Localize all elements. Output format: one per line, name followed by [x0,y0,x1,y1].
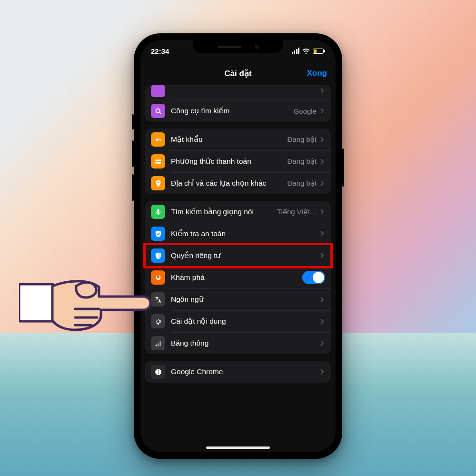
shield-icon [151,248,165,263]
row-value: Google [294,107,317,115]
svg-rect-12 [19,284,53,321]
row-label: Kiểm tra an toàn [171,229,317,238]
row-label: Phương thức thanh toán [171,157,284,166]
nav-bar: Cài đặt Xong [140,62,336,85]
battery-icon [313,49,325,54]
row-value: Đang bật [287,179,317,188]
settings-group-basics: Công cụ tìm kiếm Google [145,85,331,122]
phone-screen: 22:34 Cài đặt Xong [140,40,336,452]
shield-check-icon [151,227,165,241]
chevron-right-icon [320,108,325,114]
chevron-right-icon [320,318,325,324]
row-value: Đang bật [287,135,317,144]
row-label: Google Chrome [171,367,317,376]
svg-rect-8 [158,214,158,215]
front-camera [255,45,259,49]
row-explore[interactable]: Khám phá [145,267,331,288]
phone-frame: 22:34 Cài đặt Xong [134,33,342,459]
chevron-right-icon [320,137,325,142]
row-label: Mật khẩu [171,135,284,144]
chevron-right-icon [320,231,325,237]
settings-group-main: Tìm kiếm bằng giọng nói Tiếng Việt… Kiểm… [145,201,331,354]
wifi-icon [302,48,310,54]
row-privacy[interactable]: Quyền riêng tư [145,245,331,267]
row-voice-search[interactable]: Tìm kiếm bằng giọng nói Tiếng Việt… [145,201,331,223]
row-label: Cài đặt nội dung [171,317,317,326]
row-content-settings[interactable]: Cài đặt nội dung [145,310,331,332]
cellular-signal-icon [292,48,300,54]
page-title: Cài đặt [224,69,251,79]
notch [193,40,283,53]
location-pin-icon [151,176,165,190]
svg-point-6 [157,181,159,183]
svg-rect-3 [160,139,160,141]
svg-rect-7 [157,209,159,213]
chevron-right-icon [320,180,325,186]
svg-rect-11 [158,371,158,373]
chevron-right-icon [320,159,325,164]
row-label: Công cụ tìm kiếm [171,107,291,115]
chevron-right-icon [320,340,325,346]
key-icon [151,132,165,147]
row-passwords[interactable]: Mật khẩu Đang bật [145,129,331,150]
svg-rect-5 [155,161,161,162]
chevron-right-icon [320,209,325,215]
row-label: Băng thông [171,339,317,347]
svg-point-10 [158,370,159,371]
settings-group-about: Google Chrome [145,361,331,383]
chevron-right-icon [320,88,325,94]
status-time: 22:34 [151,47,169,55]
home-indicator[interactable] [206,446,270,449]
row-label: Ngôn ngữ [171,295,317,304]
row-label: Khám phá [171,273,298,282]
microphone-icon [151,205,165,219]
fire-icon [151,270,165,285]
chevron-right-icon [320,369,325,375]
row-label: Địa chỉ và các lựa chọn khác [171,179,284,188]
svg-point-1 [155,138,158,141]
settings-group-autofill: Mật khẩu Đang bật Phương thức thanh toán… [145,129,331,194]
row-label: Quyền riêng tư [171,251,317,260]
purple-icon [151,85,165,97]
speaker-grille [218,46,241,48]
row-language[interactable]: Ngôn ngữ [145,288,331,310]
pointing-hand-illustration [19,259,152,340]
signal-icon [151,336,165,350]
row-value: Đang bật [287,157,317,166]
row-search-engine[interactable]: Công cụ tìm kiếm Google [145,100,331,122]
row-value: Tiếng Việt… [277,208,317,216]
gear-icon [151,314,165,328]
row-label: Tìm kiếm bằng giọng nói [171,208,274,216]
explore-toggle[interactable] [302,271,325,284]
chevron-right-icon [320,297,325,302]
row-safety-check[interactable]: Kiểm tra an toàn [145,223,331,245]
row-google-chrome[interactable]: Google Chrome [145,361,331,383]
translate-icon [151,292,165,307]
row-bandwidth[interactable]: Băng thông [145,332,331,354]
row-payment-methods[interactable]: Phương thức thanh toán Đang bật [145,150,331,172]
row-addresses[interactable]: Địa chỉ và các lựa chọn khác Đang bật [145,172,331,194]
done-button[interactable]: Xong [307,69,327,78]
credit-card-icon [151,154,165,169]
search-icon [151,104,165,118]
row-clipped[interactable] [145,85,331,100]
chevron-right-icon [320,253,325,258]
info-icon [151,365,165,379]
